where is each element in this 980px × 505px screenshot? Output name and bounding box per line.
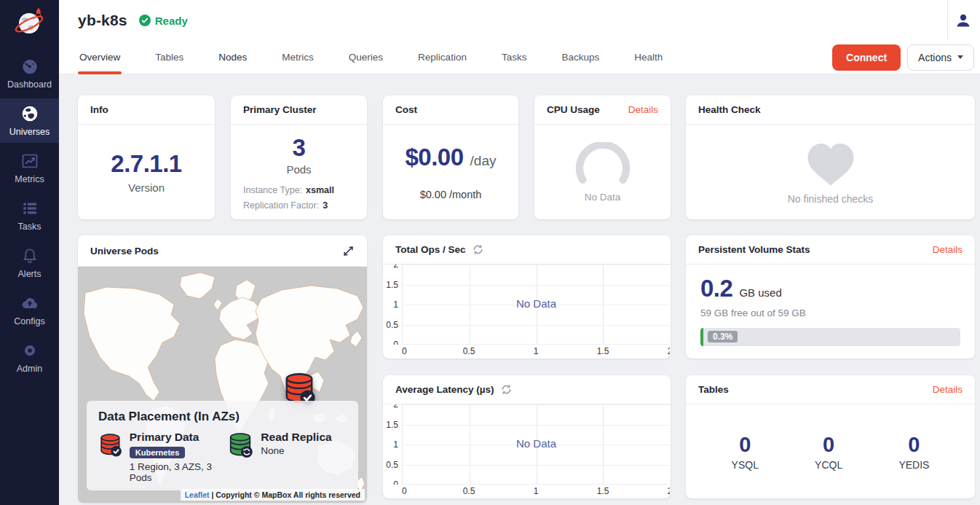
plot-area: No Data [402, 265, 670, 345]
refresh-ops-button[interactable] [473, 244, 483, 255]
universe-overview-page: Dashboard Universes [0, 0, 980, 505]
pods-count: 3 [293, 134, 306, 162]
world-map[interactable]: Data Placement (In AZs) [78, 267, 367, 503]
universe-title: yb-k8s [78, 12, 127, 29]
title-row: yb-k8s Ready [59, 0, 980, 29]
check-circle-icon [139, 15, 151, 26]
tab-metrics[interactable]: Metrics [280, 40, 315, 74]
ycql-label: YCQL [815, 459, 842, 471]
tab-bar: Overview Tables Nodes Metrics Queries Re… [78, 40, 974, 74]
sidebar-item-label: Universes [9, 127, 50, 137]
cpu-no-data-text: No Data [585, 192, 621, 203]
tables-card: Tables Details 0 YSQL 0 YCQL 0 YEDIS [686, 375, 975, 498]
sidebar-item-admin[interactable]: Admin [0, 335, 59, 380]
y-axis-labels: 2 1.5 1 0.5 0 [383, 404, 402, 485]
sidebar: Dashboard Universes [0, 0, 59, 505]
primary-data-db-icon [98, 431, 122, 458]
sidebar-item-dashboard[interactable]: Dashboard [0, 51, 59, 95]
pods-label: Pods [286, 163, 311, 176]
volume-details-link[interactable]: Details [933, 244, 963, 255]
sidebar-item-universes[interactable]: Universes [0, 98, 59, 143]
sidebar-item-metrics[interactable]: Metrics [0, 146, 59, 190]
dashboard-gauge-icon [20, 57, 39, 76]
gauge-arc-icon [568, 142, 638, 189]
status-badge: Ready [139, 15, 188, 27]
health-check-card: Health Check No finished checks [686, 95, 975, 219]
cost-card-title: Cost [383, 95, 518, 125]
info-card-title: Info [78, 95, 215, 125]
refresh-latency-button[interactable] [501, 384, 512, 395]
ycql-count: 0 [823, 433, 834, 457]
read-replica-value: None [261, 445, 331, 456]
cpu-usage-title: CPU Usage [547, 104, 600, 115]
tab-tables[interactable]: Tables [154, 40, 185, 74]
cpu-details-link[interactable]: Details [628, 104, 658, 115]
tab-queries[interactable]: Queries [347, 40, 384, 74]
sidebar-nav: Dashboard Universes [0, 42, 59, 383]
read-replica-db-icon [227, 431, 253, 458]
sidebar-item-tasks[interactable]: Tasks [0, 193, 59, 238]
tab-backups[interactable]: Backups [560, 40, 601, 74]
data-placement-legend: Data Placement (In AZs) [87, 401, 358, 490]
total-ops-chart-card: Total Ops / Sec 2 1.5 1 0.5 0 No Data [383, 235, 671, 359]
cost-per-month: $0.00 /month [420, 189, 482, 200]
sidebar-item-label: Admin [17, 364, 42, 374]
metrics-chart-icon [20, 152, 39, 171]
ycql-count-block: 0 YCQL [815, 433, 842, 471]
admin-gear-icon [20, 341, 39, 360]
instance-type-row: Instance Type:xsmall [243, 183, 355, 198]
tables-title: Tables [698, 384, 729, 395]
plot-area: No Data [402, 404, 670, 485]
tab-health[interactable]: Health [633, 40, 664, 74]
universes-globe-icon [20, 104, 39, 123]
volume-usage-bar: 0.3% [700, 328, 960, 346]
x-axis-labels: 0 0.5 1 1.5 2 [402, 486, 670, 498]
read-replica-legend: Read Replica None [227, 431, 331, 483]
volume-used-value: 0.2 [700, 275, 732, 302]
no-data-text: No Data [516, 297, 556, 309]
ysql-count-block: 0 YSQL [732, 433, 759, 471]
volume-usage-fill [700, 328, 703, 346]
cluster-details: Instance Type:xsmall Replication Factor:… [231, 183, 367, 214]
kubernetes-badge: Kubernetes [130, 447, 186, 458]
yugabyte-logo[interactable] [0, 0, 59, 42]
user-profile-icon[interactable] [955, 12, 972, 29]
tables-details-link[interactable]: Details [933, 384, 963, 395]
primary-cluster-title: Primary Cluster [231, 95, 367, 125]
sidebar-item-label: Dashboard [7, 79, 52, 90]
expand-map-button[interactable] [342, 245, 355, 257]
cost-card: Cost $0.00 /day $0.00 /month [383, 95, 518, 219]
primary-data-legend: Primary Data Kubernetes 1 Region, 3 AZS,… [98, 431, 227, 483]
y-axis-labels: 2 1.5 1 0.5 0 [383, 265, 402, 345]
no-data-text: No Data [516, 437, 556, 449]
cost-per-day-value: $0.00 [405, 144, 463, 171]
actions-dropdown-button[interactable]: Actions [907, 44, 974, 71]
universe-pods-card: Universe Pods [78, 235, 367, 503]
avg-latency-plot: 2 1.5 1 0.5 0 No Data 0 0.5 1 1.5 2 [383, 404, 671, 498]
sidebar-item-label: Tasks [18, 222, 42, 232]
connect-button[interactable]: Connect [832, 44, 901, 71]
alerts-bell-icon [20, 246, 39, 265]
total-ops-plot: 2 1.5 1 0.5 0 No Data 0 0.5 1 1.5 2 [383, 265, 671, 359]
tab-overview[interactable]: Overview [78, 40, 122, 74]
cpu-usage-card: CPU Usage Details No Data [534, 95, 671, 219]
actions-label: Actions [918, 52, 952, 63]
persistent-volume-card: Persistent Volume Stats Details 0.2 GB u… [686, 235, 975, 359]
sidebar-item-label: Alerts [18, 269, 42, 279]
cost-per-day-unit: /day [470, 153, 497, 169]
leaflet-link[interactable]: Leaflet [185, 490, 210, 499]
volume-percent-badge: 0.3% [708, 331, 738, 342]
placement-summary: 1 Region, 3 AZS, 3 Pods [130, 461, 228, 483]
read-replica-label: Read Replica [261, 431, 331, 444]
sidebar-item-configs[interactable]: Configs [0, 288, 59, 332]
sidebar-item-alerts[interactable]: Alerts [0, 240, 59, 285]
tab-replication[interactable]: Replication [416, 40, 468, 74]
tab-nodes[interactable]: Nodes [217, 40, 248, 74]
total-ops-title: Total Ops / Sec [395, 244, 466, 255]
version-value: 2.7.1.1 [111, 150, 181, 178]
tab-tasks[interactable]: Tasks [500, 40, 529, 74]
health-check-title: Health Check [686, 95, 975, 125]
avg-latency-title: Average Latency (µs) [395, 384, 494, 395]
refresh-icon [473, 244, 483, 255]
legend-title: Data Placement (In AZs) [98, 410, 347, 424]
